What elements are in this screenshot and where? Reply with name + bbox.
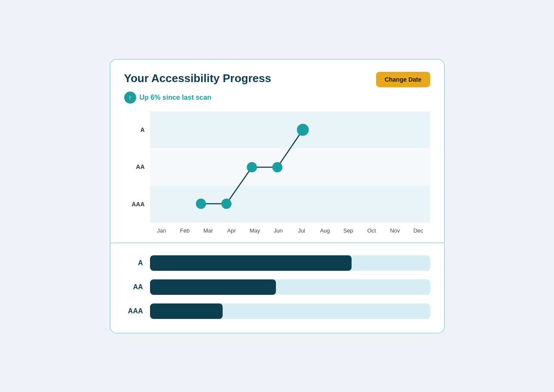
x-label-mar: Mar bbox=[196, 227, 220, 234]
y-axis: A AA AAA bbox=[124, 111, 150, 223]
bottom-section: A AA AAA bbox=[110, 243, 444, 333]
bar-fill-a bbox=[150, 255, 352, 271]
x-label-jul: Jul bbox=[290, 227, 313, 234]
bar-label-a: A bbox=[124, 259, 143, 267]
y-label-aaa: AAA bbox=[124, 201, 145, 208]
bar-fill-aa bbox=[150, 279, 276, 295]
svg-point-4 bbox=[196, 199, 206, 209]
x-label-may: May bbox=[243, 227, 266, 234]
bar-fill-aaa bbox=[150, 303, 223, 319]
change-date-button[interactable]: Change Date bbox=[376, 72, 430, 87]
svg-point-7 bbox=[272, 162, 282, 172]
y-label-a: A bbox=[124, 126, 145, 133]
bar-label-aa: AA bbox=[124, 283, 143, 291]
bar-track-aaa bbox=[150, 303, 430, 319]
x-label-oct: Oct bbox=[360, 227, 383, 234]
svg-point-6 bbox=[247, 162, 257, 172]
svg-point-5 bbox=[221, 199, 231, 209]
bar-track-aa bbox=[150, 279, 430, 295]
header-row: Your Accessibility Progress Change Date bbox=[124, 72, 430, 87]
bar-row-aa: AA bbox=[124, 279, 430, 295]
chart-plot bbox=[150, 111, 430, 223]
x-label-jan: Jan bbox=[150, 227, 173, 234]
x-label-dec: Dec bbox=[407, 227, 430, 234]
x-label-aug: Aug bbox=[313, 227, 337, 234]
chart-container: A AA AAA bbox=[124, 111, 430, 236]
chart-area: A AA AAA bbox=[124, 111, 430, 223]
top-section: Your Accessibility Progress Change Date … bbox=[110, 60, 444, 242]
bar-row-a: A bbox=[124, 255, 430, 271]
x-label-nov: Nov bbox=[383, 227, 407, 234]
bar-label-aaa: AAA bbox=[124, 307, 143, 315]
x-label-apr: Apr bbox=[220, 227, 243, 234]
bar-row-aaa: AAA bbox=[124, 303, 430, 319]
chart-svg bbox=[150, 111, 430, 223]
progress-subtitle: Up 6% since last scan bbox=[140, 94, 211, 101]
subtitle-row: ↑ Up 6% since last scan bbox=[124, 92, 430, 104]
y-label-aa: AA bbox=[124, 163, 145, 170]
svg-point-8 bbox=[297, 124, 309, 136]
x-label-jun: Jun bbox=[266, 227, 290, 234]
x-axis: Jan Feb Mar Apr May Jun Jul Aug Sep Oct … bbox=[150, 223, 430, 236]
x-label-sep: Sep bbox=[337, 227, 360, 234]
up-arrow-icon: ↑ bbox=[124, 92, 136, 104]
x-label-feb: Feb bbox=[173, 227, 196, 234]
accessibility-card: Your Accessibility Progress Change Date … bbox=[110, 59, 445, 334]
svg-line-1 bbox=[226, 167, 251, 204]
svg-line-3 bbox=[277, 130, 303, 167]
page-title: Your Accessibility Progress bbox=[124, 72, 271, 85]
bar-track-a bbox=[150, 255, 430, 271]
